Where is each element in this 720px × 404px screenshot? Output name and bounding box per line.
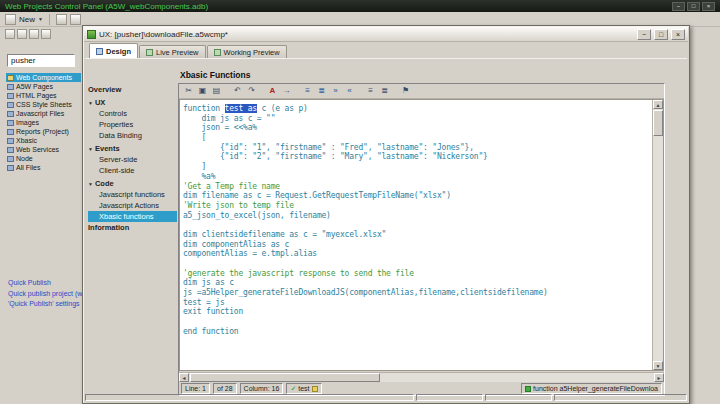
main-minimize-button[interactable]: −: [672, 2, 685, 11]
copy-icon[interactable]: ▣: [196, 85, 209, 97]
status-function-label: function a5Helper_generateFileDownloa: [533, 384, 658, 393]
sidebar-item-label: Node: [16, 155, 33, 162]
redo-icon[interactable]: ↷: [245, 85, 258, 97]
bookmark-icon[interactable]: ⚑: [399, 85, 412, 97]
reports-icon: [7, 129, 14, 135]
code-line: [183, 317, 651, 327]
undo-icon[interactable]: ↶: [231, 85, 244, 97]
sidebar-item-web-services[interactable]: Web Services: [6, 145, 81, 154]
code-text: componentAlias = e.tmpl.alias: [183, 249, 317, 258]
nav-item-label: Javascript functions: [99, 190, 165, 199]
nav-item-controls[interactable]: Controls: [88, 108, 177, 119]
font-color-icon[interactable]: A: [266, 85, 279, 97]
main-maximize-button[interactable]: □: [687, 2, 700, 11]
dialog-minimize-button[interactable]: −: [637, 29, 651, 40]
vertical-scrollbar[interactable]: ▲ ▼: [652, 100, 663, 370]
bottom-status-cell: [554, 394, 687, 401]
project-selector[interactable]: pusher: [7, 54, 75, 67]
code-text: function: [183, 104, 225, 113]
code-text: end function: [183, 327, 238, 336]
numbered-list-icon[interactable]: ≣: [315, 85, 328, 97]
nav-item-label: UX: [95, 98, 105, 107]
dialog-close-button[interactable]: ×: [671, 29, 685, 40]
tab-working-preview[interactable]: Working Preview: [207, 45, 287, 58]
indent-icon[interactable]: »: [329, 85, 342, 97]
dialog-tabbar: DesignLive PreviewWorking Preview: [85, 43, 687, 59]
nav-item-data-binding[interactable]: Data Binding: [88, 130, 177, 141]
nav-item-label: Information: [88, 223, 129, 232]
nav-item-overview[interactable]: Overview: [88, 84, 177, 95]
horizontal-scroll-thumb[interactable]: [190, 373, 380, 382]
sidebar-item-a5w-pages[interactable]: A5W Pages: [6, 82, 81, 91]
sidebar-item-html-pages[interactable]: HTML Pages: [6, 91, 81, 100]
quick-link-quick-publish[interactable]: Quick Publish: [8, 279, 83, 290]
vertical-scroll-thumb[interactable]: [653, 110, 663, 136]
sidebar-item-node[interactable]: Node: [6, 154, 81, 163]
sidebar-item-xbasic[interactable]: Xbasic: [6, 136, 81, 145]
align-right-icon[interactable]: ≣: [378, 85, 391, 97]
nav-item-client-side[interactable]: Client-side: [88, 165, 177, 176]
scroll-up-icon[interactable]: ▲: [653, 100, 663, 109]
folder-icon[interactable]: [41, 29, 51, 39]
new-button[interactable]: New: [19, 15, 35, 24]
quick-link-quick-publish-project-war[interactable]: Quick publish project (war...: [8, 290, 83, 301]
nav-item-javascript-functions[interactable]: Javascript functions: [88, 189, 177, 200]
back-icon[interactable]: [5, 29, 15, 39]
script-icon: [312, 386, 318, 392]
refresh-icon[interactable]: [70, 14, 81, 25]
scroll-left-icon[interactable]: ◄: [179, 373, 189, 382]
nav-item-code[interactable]: ▼Code: [88, 178, 177, 189]
section-triangle-icon: ▼: [88, 100, 93, 106]
nav-item-xbasic-functions[interactable]: Xbasic functions: [88, 211, 177, 222]
sidebar-item-images[interactable]: Images: [6, 118, 81, 127]
code-line: ]: [183, 162, 651, 172]
code-line: [: [183, 133, 651, 143]
horizontal-scrollbar[interactable]: ◄ ►: [179, 372, 664, 382]
code-text: %a%: [183, 172, 215, 181]
scroll-right-icon[interactable]: ►: [654, 373, 664, 382]
home-icon[interactable]: [29, 29, 39, 39]
nav-item-information[interactable]: Information: [88, 222, 177, 233]
nav-item-events[interactable]: ▼Events: [88, 143, 177, 154]
sidebar-item-reports-project[interactable]: Reports (Project): [6, 127, 81, 136]
quick-link-quick-publish-settings[interactable]: 'Quick Publish' settings: [8, 300, 83, 311]
sidebar-item-web-components[interactable]: Web Components: [6, 73, 81, 82]
dialog-maximize-button[interactable]: □: [654, 29, 668, 40]
sidebar-item-css-style-sheets[interactable]: CSS Style Sheets: [6, 100, 81, 109]
scroll-down-icon[interactable]: ▼: [653, 361, 663, 370]
insert-arrow-icon[interactable]: →: [280, 85, 293, 97]
forward-icon[interactable]: [17, 29, 27, 39]
dialog-titlebar[interactable]: UX: [pusher]\downloadFile.a5wcmp* − □ ×: [84, 27, 688, 42]
code-text: dim componentAlias as c: [183, 240, 289, 249]
sidebar-item-label: All Files: [16, 164, 41, 171]
tab-design[interactable]: Design: [89, 43, 138, 58]
new-dropdown-arrow-icon[interactable]: ▼: [38, 16, 43, 22]
tab-label: Working Preview: [224, 48, 280, 57]
outdent-icon[interactable]: «: [343, 85, 356, 97]
code-line: [183, 259, 651, 269]
code-area[interactable]: function test as c (e as p) dim js as c …: [179, 99, 664, 371]
status-of: of 28: [213, 383, 237, 394]
nav-item-label: Events: [95, 144, 120, 153]
bullet-list-icon[interactable]: ≡: [301, 85, 314, 97]
ux-component-icon: [87, 30, 96, 39]
code-text: [183, 220, 188, 229]
code-text: ]: [183, 162, 206, 171]
nav-item-javascript-actions[interactable]: Javascript Actions: [88, 200, 177, 211]
section-triangle-icon: ▼: [88, 181, 93, 187]
cut-icon[interactable]: ✂: [182, 85, 195, 97]
sidebar-item-javascript-files[interactable]: Javascript Files: [6, 109, 81, 118]
nav-item-ux[interactable]: ▼UX: [88, 97, 177, 108]
nav-item-properties[interactable]: Properties: [88, 119, 177, 130]
code-text: [183, 259, 188, 268]
open-icon[interactable]: [56, 14, 67, 25]
sidebar-item-all-files[interactable]: All Files: [6, 163, 81, 172]
main-close-button[interactable]: ×: [702, 2, 715, 11]
code-text[interactable]: function test as c (e as p) dim js as c …: [183, 104, 651, 370]
code-line: a5_json_to_excel(json, filename): [183, 211, 651, 221]
paste-icon[interactable]: ▤: [210, 85, 223, 97]
dialog-title: UX: [pusher]\downloadFile.a5wcmp*: [99, 30, 634, 39]
align-left-icon[interactable]: ≡: [364, 85, 377, 97]
tab-live-preview[interactable]: Live Preview: [139, 45, 206, 58]
nav-item-server-side[interactable]: Server-side: [88, 154, 177, 165]
